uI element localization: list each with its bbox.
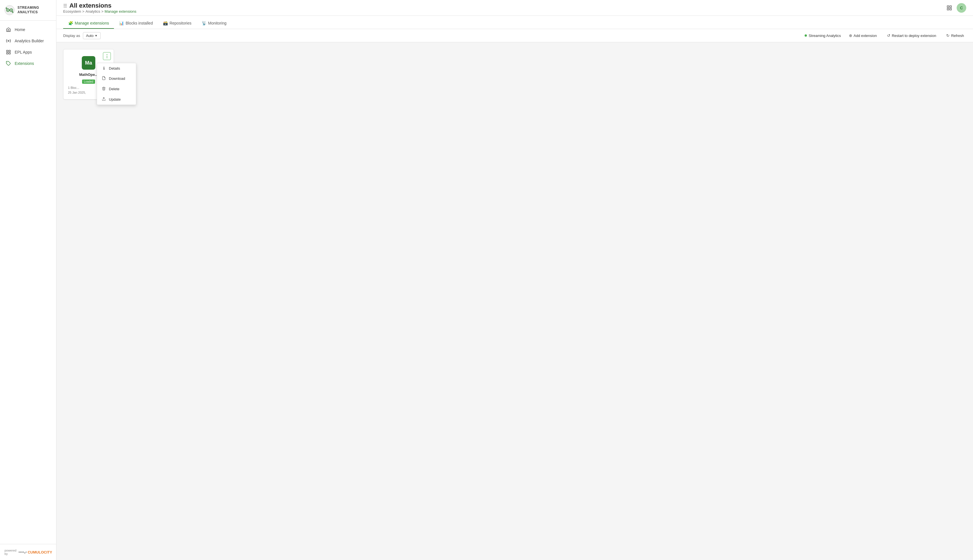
svg-rect-6 xyxy=(7,50,8,52)
repositories-tab-icon: 🗃️ xyxy=(163,21,168,25)
user-avatar[interactable]: C xyxy=(956,3,966,13)
context-menu-details[interactable]: ℹ Details xyxy=(97,63,136,73)
tab-monitoring[interactable]: 📡 Monitoring xyxy=(197,18,232,29)
refresh-icon: ↻ xyxy=(946,33,950,38)
extensions-icon xyxy=(6,61,11,66)
sidebar-item-epl-apps[interactable]: EPL Apps xyxy=(0,47,56,58)
tab-repositories[interactable]: 🗃️ Repositories xyxy=(158,18,197,29)
cumulocity-logo-text: CUMULOCITY xyxy=(28,550,52,554)
svg-point-15 xyxy=(24,552,25,553)
display-as-label: Display as xyxy=(63,33,80,38)
refresh-button[interactable]: ↻ Refresh xyxy=(944,32,966,39)
tab-blocks-installed-label: Blocks installed xyxy=(125,21,153,25)
chevron-down-icon: ▼ xyxy=(95,34,98,37)
add-extension-label: Add extension xyxy=(854,33,877,38)
content-area: ⋮ ℹ Details Download xyxy=(57,42,973,560)
breadcrumb-analytics: Analytics xyxy=(85,9,100,13)
tab-monitoring-label: Monitoring xyxy=(208,21,227,25)
sidebar-logo: STREAMING ANALYTICS xyxy=(0,0,56,21)
svg-point-14 xyxy=(23,552,24,553)
sidebar-navigation: Home Analytics Builder EPL Apps xyxy=(0,21,56,544)
sidebar-item-epl-apps-label: EPL Apps xyxy=(15,50,32,54)
card-menu-button[interactable]: ⋮ xyxy=(103,52,111,60)
cumulocity-dots-icon xyxy=(18,550,27,554)
toolbar: Display as Auto ▼ Streaming Analytics ⊕ … xyxy=(57,29,973,42)
status-indicator xyxy=(805,34,807,37)
page-header: 🧩 Manage extensions 📊 Blocks installed 🗃… xyxy=(57,16,973,29)
page-title: All extensions xyxy=(69,2,112,9)
restart-icon: ↺ xyxy=(887,33,890,38)
extension-card-mathope: ⋮ ℹ Details Download xyxy=(63,49,114,100)
tab-blocks-installed[interactable]: 📊 Blocks installed xyxy=(114,18,158,29)
svg-rect-18 xyxy=(950,6,951,7)
svg-rect-8 xyxy=(9,53,10,54)
svg-point-11 xyxy=(18,552,20,553)
svg-point-16 xyxy=(26,552,27,553)
svg-point-2 xyxy=(7,10,8,11)
home-icon xyxy=(6,27,11,32)
toolbar-right: Streaming Analytics ⊕ Add extension ↺ Re… xyxy=(805,32,966,39)
grid-icon[interactable] xyxy=(946,5,952,11)
display-as-select[interactable]: Auto ▼ xyxy=(83,32,101,39)
svg-rect-9 xyxy=(7,53,8,54)
streaming-analytics-logo-icon xyxy=(5,5,15,15)
breadcrumb-manage: Manage extensions xyxy=(105,9,137,13)
analytics-builder-icon xyxy=(6,38,11,44)
topbar: ☰ All extensions Ecosystem > Analytics >… xyxy=(57,0,973,16)
tab-repositories-label: Repositories xyxy=(170,21,192,25)
app-name: STREAMING ANALYTICS xyxy=(17,6,39,14)
svg-point-13 xyxy=(22,552,23,553)
svg-rect-17 xyxy=(947,6,949,7)
add-extension-icon: ⊕ xyxy=(849,33,852,38)
streaming-analytics-status: Streaming Analytics xyxy=(805,33,841,38)
sidebar-item-extensions[interactable]: Extensions xyxy=(0,58,56,69)
extensions-grid: ⋮ ℹ Details Download xyxy=(63,49,966,100)
sidebar: STREAMING ANALYTICS Home Analytics Bu xyxy=(0,0,57,560)
sidebar-item-home-label: Home xyxy=(15,27,25,32)
streaming-analytics-label: Streaming Analytics xyxy=(808,33,841,38)
tab-manage-extensions-label: Manage extensions xyxy=(75,21,109,25)
epl-apps-icon xyxy=(6,49,11,55)
toolbar-left: Display as Auto ▼ xyxy=(63,32,101,39)
breadcrumb-sep1: > xyxy=(82,9,85,13)
update-icon xyxy=(102,97,106,102)
powered-by-text: powered by xyxy=(5,549,17,555)
add-extension-button[interactable]: ⊕ Add extension xyxy=(846,32,879,39)
svg-point-12 xyxy=(20,552,21,553)
context-menu-delete[interactable]: Delete xyxy=(97,84,136,94)
context-menu-delete-label: Delete xyxy=(109,87,120,91)
svg-point-5 xyxy=(8,40,9,42)
svg-rect-20 xyxy=(950,8,951,10)
extension-status-badge: Loaded xyxy=(82,80,95,84)
extension-icon: Ma xyxy=(82,56,95,70)
main-content: ☰ All extensions Ecosystem > Analytics >… xyxy=(57,0,973,560)
breadcrumb-sep2: > xyxy=(101,9,103,13)
sidebar-item-home[interactable]: Home xyxy=(0,24,56,35)
refresh-label: Refresh xyxy=(951,33,964,38)
context-menu-download-label: Download xyxy=(109,77,125,81)
tabs: 🧩 Manage extensions 📊 Blocks installed 🗃… xyxy=(63,18,966,29)
context-menu: ℹ Details Download xyxy=(97,63,136,105)
sidebar-footer: powered by CUMULOCITY xyxy=(0,544,56,560)
svg-rect-7 xyxy=(9,50,10,52)
delete-icon xyxy=(102,87,106,92)
monitoring-tab-icon: 📡 xyxy=(202,21,207,25)
sidebar-item-analytics-builder[interactable]: Analytics Builder xyxy=(0,35,56,47)
sidebar-item-analytics-builder-label: Analytics Builder xyxy=(15,38,44,43)
context-menu-download[interactable]: Download xyxy=(97,73,136,84)
topbar-left: ☰ All extensions Ecosystem > Analytics >… xyxy=(63,2,137,13)
list-icon: ☰ xyxy=(63,3,67,8)
extension-icon-text: Ma xyxy=(85,60,92,66)
svg-point-4 xyxy=(11,10,12,11)
tab-manage-extensions[interactable]: 🧩 Manage extensions xyxy=(63,18,114,29)
blocks-installed-tab-icon: 📊 xyxy=(119,21,124,25)
manage-extensions-tab-icon: 🧩 xyxy=(68,21,73,25)
restart-label: Restart to deploy extension xyxy=(892,33,936,38)
context-menu-update[interactable]: Update xyxy=(97,94,136,105)
breadcrumb: Ecosystem > Analytics > Manage extension… xyxy=(63,9,137,13)
breadcrumb-ecosystem: Ecosystem xyxy=(63,9,81,13)
topbar-right: C xyxy=(946,3,966,13)
details-icon: ℹ xyxy=(102,66,106,70)
restart-deploy-button[interactable]: ↺ Restart to deploy extension xyxy=(885,32,939,39)
download-icon xyxy=(102,76,106,81)
